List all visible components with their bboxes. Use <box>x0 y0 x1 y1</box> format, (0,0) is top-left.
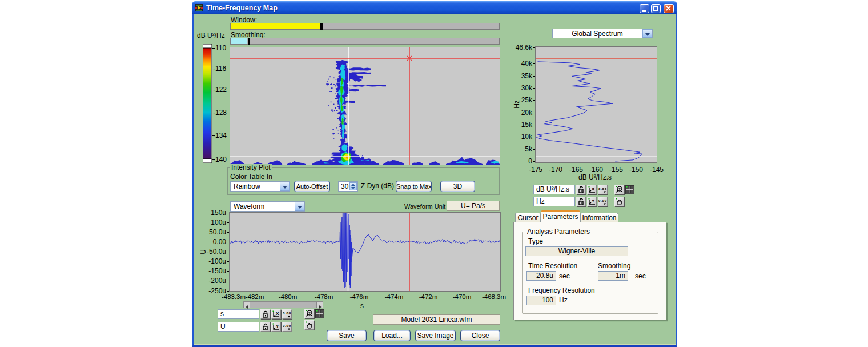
svg-text:8.88: 8.88 <box>283 312 291 315</box>
svg-text:X: X <box>592 186 595 192</box>
svg-text:Y: Y <box>592 198 595 204</box>
svg-text:Y: Y <box>276 324 279 329</box>
svg-text:X: X <box>276 311 279 316</box>
svg-text:9.99: 9.99 <box>283 324 291 328</box>
svg-text:8.88: 8.88 <box>598 187 607 190</box>
svg-text:9.99: 9.99 <box>598 199 607 202</box>
